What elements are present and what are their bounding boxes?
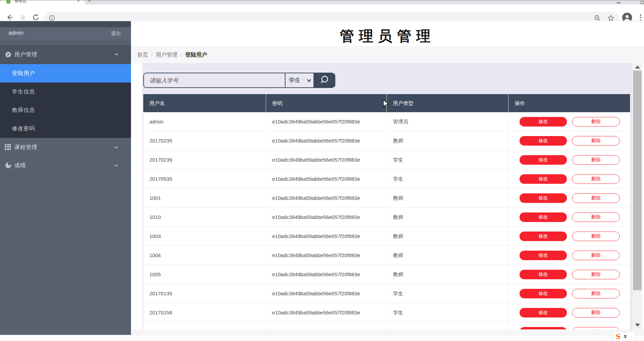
sidebar: admin 退出 用户管理 登陆用户学生信息教师信息修改密码 课程管理 成绩 [0,21,131,335]
breadcrumb-user-management[interactable]: 用户管理 [156,52,177,58]
edit-button[interactable]: 修改 [519,117,567,127]
main-content: 管理员管理 首页/用户管理/登陆用户 学生 用户名 密码 用户类型 操作 adm… [131,21,644,335]
column-header-username: 用户名 [143,94,266,112]
sidebar-item-label: 用户管理 [14,51,38,58]
page-title: 管理员管理 [131,27,644,46]
cell-username: admin [143,112,266,131]
scrollbar-thumb[interactable] [633,71,642,290]
delete-button[interactable]: 删除 [572,136,620,146]
delete-button[interactable]: 删除 [572,308,620,317]
table-row: admin e10adc3949ba59abbe56e057f20f883e 管… [143,112,630,131]
info-icon[interactable] [48,15,55,21]
sidebar-item-user-management[interactable]: 用户管理 [0,45,131,64]
edit-button[interactable]: 修改 [519,193,567,203]
cell-username: 1001 [143,189,266,208]
star-icon[interactable] [607,14,615,22]
new-tab-button[interactable]: + [88,0,91,3]
cell-usertype: 教师 [387,227,509,246]
cell-actions: 修改 删除 [509,246,630,265]
edit-button[interactable]: 修改 [519,327,567,329]
delete-button[interactable]: 删除 [572,117,620,127]
right-margin [642,63,644,329]
scrollbar[interactable] [632,63,642,329]
edit-button[interactable]: 修改 [519,212,567,222]
edit-button[interactable]: 修改 [519,289,567,298]
ime-toolbar[interactable]: S [612,332,635,341]
pie-chart-icon [5,162,12,169]
breadcrumb-home[interactable]: 首页 [137,52,148,58]
sogou-logo-icon: S [615,332,621,341]
cell-username: 1010 [143,208,266,227]
browser-tab[interactable]: 管理页 × [0,0,85,4]
browser-toolbar: localhost:8080/admins [0,4,644,21]
kebab-menu-icon[interactable] [639,14,643,21]
sidebar-item-course-management[interactable]: 课程管理 [0,138,131,156]
cell-password: e10adc3949ba59abbe56e057f20f883e [266,265,387,284]
edit-button[interactable]: 修改 [519,155,567,165]
sidebar-subitem-1[interactable]: 学生信息 [0,83,131,101]
tab-close-icon[interactable]: × [77,0,80,3]
edit-button[interactable]: 修改 [519,232,567,241]
cell-actions: 修改 删除 [509,150,630,169]
search-bar: 学生 [143,73,335,88]
scroll-up-icon[interactable] [635,65,640,69]
scroll-down-icon[interactable] [635,324,640,327]
cell-username: 20170535 [143,169,266,189]
cell-usertype: 教师 [387,208,509,227]
forward-icon[interactable] [19,13,27,21]
sidebar-username: admin [9,30,24,36]
delete-button[interactable]: 删除 [572,212,620,222]
search-input[interactable] [144,73,285,87]
sidebar-subitem-0[interactable]: 登陆用户 [0,64,131,83]
edit-button[interactable]: 修改 [519,270,567,279]
table-row: 20170158 e10adc3949ba59abbe56e057f20f883… [143,303,630,322]
window-maximize-icon[interactable] [641,1,644,4]
delete-button[interactable]: 删除 [572,251,620,260]
delete-button[interactable]: 删除 [572,327,620,329]
edit-button[interactable]: 修改 [519,308,567,317]
sidebar-item-label: 课程管理 [14,144,38,151]
reload-icon[interactable] [32,13,40,21]
cell-actions: 修改 删除 [509,303,630,322]
delete-button[interactable]: 删除 [572,289,620,298]
column-header-actions: 操作 [509,94,630,112]
logout-button[interactable]: 退出 [111,30,121,37]
delete-button[interactable]: 删除 [572,155,620,165]
column-header-usertype: 用户类型 [387,94,509,112]
sidebar-subitem-3[interactable]: 修改密码 [0,119,131,138]
cell-usertype: 学生 [387,150,509,169]
table-row: 1004 e10adc3949ba59abbe56e057f20f883e 教师… [143,246,630,265]
user-type-select[interactable]: 学生 [285,73,313,87]
cell-usertype: 学生 [387,303,509,322]
window-minimize-icon[interactable] [617,2,620,3]
back-icon[interactable] [5,13,14,21]
chevron-up-icon [114,52,119,57]
search-button[interactable] [313,73,335,87]
delete-button[interactable]: 删除 [572,174,620,184]
edit-button[interactable]: 修改 [519,174,567,184]
edit-button[interactable]: 修改 [519,136,567,146]
cell-actions: 修改 删除 [509,189,630,208]
sidebar-subitem-2[interactable]: 教师信息 [0,101,131,119]
table-row: 20170239 e10adc3949ba59abbe56e057f20f883… [143,150,630,169]
search-icon [319,75,330,85]
delete-button[interactable]: 删除 [572,232,620,241]
breadcrumb-band: 首页/用户管理/登陆用户 [131,46,644,63]
ime-more-icon[interactable] [624,335,627,338]
delete-button[interactable]: 删除 [572,193,620,203]
breadcrumb-separator: / [180,52,182,58]
tab-favicon-icon [6,0,11,4]
cell-username: 1004 [143,246,266,265]
edit-button[interactable]: 修改 [519,251,567,260]
sidebar-submenu: 登陆用户学生信息教师信息修改密码 [0,64,131,138]
table-row: 1003 e10adc3949ba59abbe56e057f20f883e 教师… [143,227,630,246]
breadcrumb-current: 登陆用户 [185,52,207,58]
cell-password: e10adc3949ba59abbe56e057f20f883e [266,131,387,150]
zoom-icon[interactable] [594,14,601,22]
delete-button[interactable]: 删除 [572,270,620,279]
cell-password: e10adc3949ba59abbe56e057f20f883e [266,246,387,265]
cell-username: 1003 [143,227,266,246]
sidebar-item-grades[interactable]: 成绩 [0,156,131,175]
table-row: 1001 e10adc3949ba59abbe56e057f20f883e 教师… [143,189,630,208]
breadcrumb: 首页/用户管理/登陆用户 [137,51,207,59]
